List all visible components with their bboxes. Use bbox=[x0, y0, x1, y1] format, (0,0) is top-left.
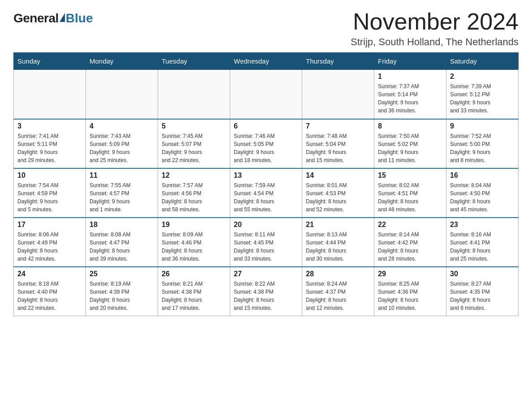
calendar-cell: 11Sunrise: 7:55 AMSunset: 4:57 PMDayligh… bbox=[86, 168, 158, 218]
day-info: Sunrise: 8:16 AMSunset: 4:41 PMDaylight:… bbox=[450, 231, 515, 263]
day-number: 27 bbox=[234, 270, 298, 278]
calendar-cell: 2Sunrise: 7:39 AMSunset: 5:12 PMDaylight… bbox=[446, 70, 519, 119]
day-number: 29 bbox=[378, 270, 442, 278]
calendar-week-row: 24Sunrise: 8:18 AMSunset: 4:40 PMDayligh… bbox=[14, 267, 519, 316]
calendar-table: SundayMondayTuesdayWednesdayThursdayFrid… bbox=[13, 52, 519, 316]
calendar-cell: 29Sunrise: 8:25 AMSunset: 4:36 PMDayligh… bbox=[374, 267, 446, 316]
day-number: 1 bbox=[378, 73, 442, 81]
day-number: 24 bbox=[17, 270, 82, 278]
day-number: 12 bbox=[162, 171, 226, 180]
day-info: Sunrise: 8:27 AMSunset: 4:35 PMDaylight:… bbox=[450, 280, 515, 312]
calendar-week-row: 10Sunrise: 7:54 AMSunset: 4:59 PMDayligh… bbox=[14, 168, 519, 218]
day-number: 17 bbox=[17, 221, 82, 229]
calendar-cell bbox=[230, 70, 302, 119]
day-number: 9 bbox=[450, 122, 515, 130]
calendar-cell: 9Sunrise: 7:52 AMSunset: 5:00 PMDaylight… bbox=[446, 119, 519, 168]
calendar-cell: 4Sunrise: 7:43 AMSunset: 5:09 PMDaylight… bbox=[86, 119, 158, 168]
day-number: 8 bbox=[378, 122, 442, 130]
day-number: 11 bbox=[90, 171, 154, 180]
day-number: 3 bbox=[17, 122, 82, 130]
calendar-cell: 10Sunrise: 7:54 AMSunset: 4:59 PMDayligh… bbox=[14, 168, 86, 218]
day-number: 2 bbox=[450, 73, 515, 81]
day-info: Sunrise: 7:43 AMSunset: 5:09 PMDaylight:… bbox=[90, 132, 154, 164]
day-number: 26 bbox=[162, 270, 226, 278]
day-info: Sunrise: 7:46 AMSunset: 5:05 PMDaylight:… bbox=[234, 132, 298, 164]
calendar-cell bbox=[14, 70, 86, 119]
calendar-cell: 18Sunrise: 8:08 AMSunset: 4:47 PMDayligh… bbox=[86, 218, 158, 267]
calendar-cell: 16Sunrise: 8:04 AMSunset: 4:50 PMDayligh… bbox=[446, 168, 519, 218]
calendar-cell: 30Sunrise: 8:27 AMSunset: 4:35 PMDayligh… bbox=[446, 267, 519, 316]
calendar-cell: 6Sunrise: 7:46 AMSunset: 5:05 PMDaylight… bbox=[230, 119, 302, 168]
logo-blue-text: Blue bbox=[66, 11, 93, 26]
calendar-cell: 17Sunrise: 8:06 AMSunset: 4:49 PMDayligh… bbox=[14, 218, 86, 267]
day-info: Sunrise: 8:08 AMSunset: 4:47 PMDaylight:… bbox=[90, 231, 154, 263]
calendar-cell: 15Sunrise: 8:02 AMSunset: 4:51 PMDayligh… bbox=[374, 168, 446, 218]
calendar-cell bbox=[302, 70, 374, 119]
calendar-day-header: Tuesday bbox=[158, 53, 230, 70]
page-header: General Blue November 2024 Strijp, South… bbox=[13, 9, 519, 48]
day-info: Sunrise: 8:19 AMSunset: 4:39 PMDaylight:… bbox=[90, 280, 154, 312]
calendar-cell: 23Sunrise: 8:16 AMSunset: 4:41 PMDayligh… bbox=[446, 218, 519, 267]
calendar-cell bbox=[86, 70, 158, 119]
calendar-cell: 28Sunrise: 8:24 AMSunset: 4:37 PMDayligh… bbox=[302, 267, 374, 316]
day-number: 18 bbox=[90, 221, 154, 229]
calendar-cell: 27Sunrise: 8:22 AMSunset: 4:38 PMDayligh… bbox=[230, 267, 302, 316]
calendar-cell: 12Sunrise: 7:57 AMSunset: 4:56 PMDayligh… bbox=[158, 168, 230, 218]
day-info: Sunrise: 8:02 AMSunset: 4:51 PMDaylight:… bbox=[378, 181, 442, 214]
day-info: Sunrise: 7:45 AMSunset: 5:07 PMDaylight:… bbox=[162, 132, 226, 164]
day-number: 13 bbox=[234, 171, 298, 180]
calendar-day-header: Wednesday bbox=[230, 53, 302, 70]
day-info: Sunrise: 7:37 AMSunset: 5:14 PMDaylight:… bbox=[378, 82, 442, 115]
day-number: 25 bbox=[90, 270, 154, 278]
day-number: 7 bbox=[306, 122, 370, 130]
day-info: Sunrise: 7:54 AMSunset: 4:59 PMDaylight:… bbox=[17, 181, 82, 214]
day-info: Sunrise: 8:24 AMSunset: 4:37 PMDaylight:… bbox=[306, 280, 370, 312]
day-info: Sunrise: 7:59 AMSunset: 4:54 PMDaylight:… bbox=[234, 181, 298, 214]
calendar-cell: 7Sunrise: 7:48 AMSunset: 5:04 PMDaylight… bbox=[302, 119, 374, 168]
day-number: 5 bbox=[162, 122, 226, 130]
calendar-cell bbox=[158, 70, 230, 119]
day-info: Sunrise: 7:50 AMSunset: 5:02 PMDaylight:… bbox=[378, 132, 442, 164]
day-number: 23 bbox=[450, 221, 515, 229]
calendar-cell: 19Sunrise: 8:09 AMSunset: 4:46 PMDayligh… bbox=[158, 218, 230, 267]
location-subtitle: Strijp, South Holland, The Netherlands bbox=[351, 36, 519, 48]
day-info: Sunrise: 7:55 AMSunset: 4:57 PMDaylight:… bbox=[90, 181, 154, 214]
month-year-title: November 2024 bbox=[351, 9, 519, 34]
day-info: Sunrise: 8:21 AMSunset: 4:38 PMDaylight:… bbox=[162, 280, 226, 312]
calendar-day-header: Friday bbox=[374, 53, 446, 70]
day-number: 10 bbox=[17, 171, 82, 180]
calendar-cell: 20Sunrise: 8:11 AMSunset: 4:45 PMDayligh… bbox=[230, 218, 302, 267]
calendar-cell: 5Sunrise: 7:45 AMSunset: 5:07 PMDaylight… bbox=[158, 119, 230, 168]
day-number: 19 bbox=[162, 221, 226, 229]
day-number: 22 bbox=[378, 221, 442, 229]
day-info: Sunrise: 7:57 AMSunset: 4:56 PMDaylight:… bbox=[162, 181, 226, 214]
logo-triangle-icon bbox=[60, 13, 65, 22]
calendar-day-header: Thursday bbox=[302, 53, 374, 70]
day-number: 6 bbox=[234, 122, 298, 130]
calendar-cell: 26Sunrise: 8:21 AMSunset: 4:38 PMDayligh… bbox=[158, 267, 230, 316]
day-info: Sunrise: 8:18 AMSunset: 4:40 PMDaylight:… bbox=[17, 280, 82, 312]
logo-general-text: General bbox=[13, 11, 59, 26]
day-number: 20 bbox=[234, 221, 298, 229]
calendar-cell: 13Sunrise: 7:59 AMSunset: 4:54 PMDayligh… bbox=[230, 168, 302, 218]
calendar-week-row: 1Sunrise: 7:37 AMSunset: 5:14 PMDaylight… bbox=[14, 70, 519, 119]
day-info: Sunrise: 7:52 AMSunset: 5:00 PMDaylight:… bbox=[450, 132, 515, 164]
day-info: Sunrise: 7:41 AMSunset: 5:11 PMDaylight:… bbox=[17, 132, 82, 164]
calendar-cell: 8Sunrise: 7:50 AMSunset: 5:02 PMDaylight… bbox=[374, 119, 446, 168]
day-info: Sunrise: 7:48 AMSunset: 5:04 PMDaylight:… bbox=[306, 132, 370, 164]
day-number: 16 bbox=[450, 171, 515, 180]
calendar-week-row: 3Sunrise: 7:41 AMSunset: 5:11 PMDaylight… bbox=[14, 119, 519, 168]
calendar-cell: 21Sunrise: 8:13 AMSunset: 4:44 PMDayligh… bbox=[302, 218, 374, 267]
day-info: Sunrise: 8:01 AMSunset: 4:53 PMDaylight:… bbox=[306, 181, 370, 214]
day-number: 14 bbox=[306, 171, 370, 180]
calendar-day-header: Saturday bbox=[446, 53, 519, 70]
calendar-cell: 25Sunrise: 8:19 AMSunset: 4:39 PMDayligh… bbox=[86, 267, 158, 316]
calendar-day-header: Sunday bbox=[14, 53, 86, 70]
calendar-cell: 14Sunrise: 8:01 AMSunset: 4:53 PMDayligh… bbox=[302, 168, 374, 218]
day-info: Sunrise: 8:04 AMSunset: 4:50 PMDaylight:… bbox=[450, 181, 515, 214]
calendar-cell: 1Sunrise: 7:37 AMSunset: 5:14 PMDaylight… bbox=[374, 70, 446, 119]
day-info: Sunrise: 8:13 AMSunset: 4:44 PMDaylight:… bbox=[306, 231, 370, 263]
day-number: 4 bbox=[90, 122, 154, 130]
day-number: 15 bbox=[378, 171, 442, 180]
day-info: Sunrise: 7:39 AMSunset: 5:12 PMDaylight:… bbox=[450, 82, 515, 115]
